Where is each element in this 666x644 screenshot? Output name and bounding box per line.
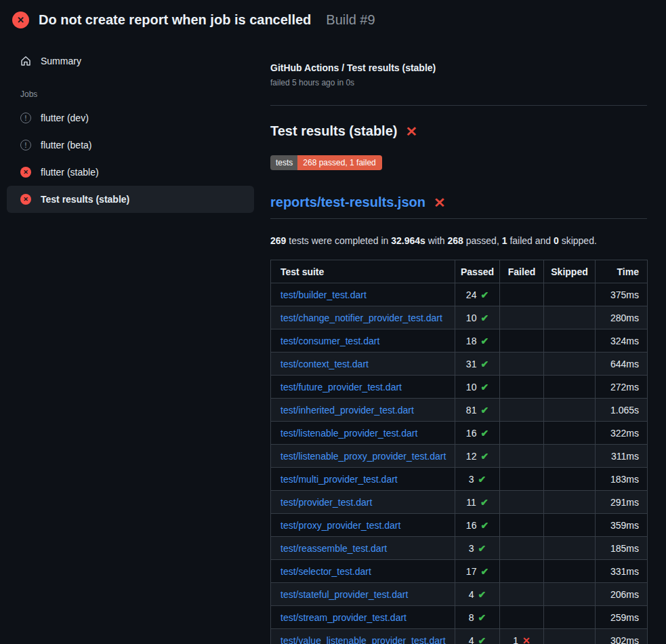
skipped-cell bbox=[544, 560, 596, 583]
test-suite-link[interactable]: test/consumer_test.dart bbox=[280, 336, 379, 346]
test-suite-link[interactable]: test/listenable_provider_test.dart bbox=[280, 428, 417, 439]
sidebar-item-flutter-beta[interactable]: flutter (beta) bbox=[7, 132, 254, 159]
sidebar-item-test-results-stable[interactable]: Test results (stable) bbox=[7, 186, 254, 213]
failed-cell bbox=[500, 353, 544, 376]
test-suite-link[interactable]: test/listenable_proxy_provider_test.dart bbox=[280, 451, 446, 462]
passed-cell: 16 bbox=[455, 514, 500, 537]
sidebar-item-flutter-dev[interactable]: flutter (dev) bbox=[7, 104, 254, 132]
skipped-cell bbox=[544, 353, 596, 376]
badge-label: tests bbox=[270, 155, 297, 170]
build-title: Do not create report when job is cancell… bbox=[39, 12, 311, 28]
test-suite-cell: test/listenable_provider_test.dart bbox=[271, 422, 455, 445]
passed-cell: 24 bbox=[455, 283, 500, 306]
time-cell: 359ms bbox=[596, 514, 648, 537]
table-row: test/stateful_provider_test.dart 4 206ms bbox=[271, 583, 648, 606]
sidebar-item-label: flutter (dev) bbox=[41, 113, 89, 123]
table-row: test/value_listenable_provider_test.dart… bbox=[271, 629, 648, 644]
test-suite-link[interactable]: test/proxy_provider_test.dart bbox=[280, 520, 400, 531]
column-header-test-suite: Test suite bbox=[271, 260, 455, 283]
table-header-row: Test suite Passed Failed Skipped Time bbox=[271, 260, 648, 283]
passed-count-with-check-icon: 31 bbox=[466, 359, 488, 369]
passed-count-with-check-icon: 3 bbox=[469, 543, 486, 554]
table-row: test/reassemble_test.dart 3 185ms bbox=[271, 537, 648, 560]
test-suite-link[interactable]: test/value_listenable_provider_test.dart bbox=[280, 635, 446, 644]
time-cell: 183ms bbox=[596, 468, 648, 491]
test-suite-link[interactable]: test/change_notifier_provider_test.dart bbox=[280, 313, 442, 323]
section-title-text: Test results (stable) bbox=[270, 123, 397, 139]
test-suite-link[interactable]: test/selector_test.dart bbox=[280, 566, 371, 577]
test-suite-link[interactable]: test/context_test.dart bbox=[280, 359, 369, 369]
test-suite-link[interactable]: test/builder_test.dart bbox=[280, 289, 367, 300]
column-header-skipped: Skipped bbox=[544, 260, 596, 283]
summary-text-segment: 1 bbox=[502, 235, 507, 246]
section-title: Test results (stable) bbox=[270, 123, 647, 139]
failed-cell bbox=[500, 399, 544, 422]
passed-cell: 12 bbox=[455, 445, 500, 468]
failed-cell bbox=[500, 445, 544, 468]
failed-cell bbox=[500, 583, 544, 606]
passed-count-with-check-icon: 10 bbox=[466, 382, 488, 393]
table-row: test/listenable_provider_test.dart 16 32… bbox=[271, 422, 648, 445]
failed-cell bbox=[500, 468, 544, 491]
test-suite-link[interactable]: test/provider_test.dart bbox=[280, 497, 372, 508]
failed-cell bbox=[500, 422, 544, 445]
skipped-cell bbox=[544, 491, 596, 514]
sidebar-item-summary[interactable]: Summary bbox=[7, 47, 254, 75]
passed-cell: 31 bbox=[455, 353, 500, 376]
test-suite-cell: test/builder_test.dart bbox=[271, 283, 455, 306]
home-icon bbox=[20, 56, 31, 66]
time-cell: 375ms bbox=[596, 283, 648, 306]
passed-count-with-check-icon: 4 bbox=[469, 589, 486, 600]
skipped-cell bbox=[544, 445, 596, 468]
time-cell: 311ms bbox=[596, 445, 648, 468]
test-suite-link[interactable]: test/future_provider_test.dart bbox=[280, 382, 402, 393]
report-heading: reports/test-results.json bbox=[270, 195, 647, 219]
report-file-link[interactable]: reports/test-results.json bbox=[270, 195, 425, 210]
passed-cell: 4 bbox=[455, 583, 500, 606]
neutral-status-icon bbox=[20, 140, 31, 150]
jobs-sidebar: Summary Jobs flutter (dev) flutter (beta… bbox=[0, 38, 270, 213]
failed-cell bbox=[500, 606, 544, 629]
time-cell: 1.065s bbox=[596, 399, 648, 422]
table-row: test/proxy_provider_test.dart 16 359ms bbox=[271, 514, 648, 537]
sidebar-item-flutter-stable[interactable]: flutter (stable) bbox=[7, 159, 254, 186]
table-row: test/selector_test.dart 17 331ms bbox=[271, 560, 648, 583]
summary-text-segment: with bbox=[425, 235, 448, 246]
failed-cell bbox=[500, 491, 544, 514]
failed-cell bbox=[500, 514, 544, 537]
table-row: test/consumer_test.dart 18 324ms bbox=[271, 329, 648, 353]
failed-cell bbox=[500, 376, 544, 399]
test-suite-link[interactable]: test/stream_provider_test.dart bbox=[280, 612, 407, 623]
skipped-cell bbox=[544, 399, 596, 422]
sidebar-item-label: Test results (stable) bbox=[41, 194, 129, 205]
skipped-cell bbox=[544, 606, 596, 629]
passed-count-with-check-icon: 16 bbox=[466, 520, 488, 531]
passed-cell: 11 bbox=[455, 491, 500, 514]
test-suite-link[interactable]: test/multi_provider_test.dart bbox=[280, 474, 398, 485]
table-row: test/multi_provider_test.dart 3 183ms bbox=[271, 468, 648, 491]
test-suite-cell: test/provider_test.dart bbox=[271, 491, 455, 514]
skipped-cell bbox=[544, 422, 596, 445]
test-suite-cell: test/stateful_provider_test.dart bbox=[271, 583, 455, 606]
test-suite-link[interactable]: test/stateful_provider_test.dart bbox=[280, 589, 408, 600]
test-suite-link[interactable]: test/reassemble_test.dart bbox=[280, 543, 387, 554]
failed-status-icon bbox=[20, 194, 31, 205]
summary-text-segment: failed and bbox=[507, 235, 554, 246]
test-suite-cell: test/reassemble_test.dart bbox=[271, 537, 455, 560]
summary-text-segment: 0 bbox=[554, 235, 559, 246]
sidebar-item-label: flutter (beta) bbox=[41, 140, 91, 150]
badge-value: 268 passed, 1 failed bbox=[297, 155, 381, 170]
jobs-section-heading: Jobs bbox=[7, 75, 254, 104]
workflow-breadcrumb: GitHub Actions / Test results (stable) bbox=[270, 62, 647, 73]
skipped-cell bbox=[544, 283, 596, 306]
test-suite-cell: test/stream_provider_test.dart bbox=[271, 606, 455, 629]
skipped-cell bbox=[544, 329, 596, 353]
test-suite-cell: test/future_provider_test.dart bbox=[271, 376, 455, 399]
test-suite-link[interactable]: test/inherited_provider_test.dart bbox=[280, 405, 414, 416]
time-cell: 185ms bbox=[596, 537, 648, 560]
table-row: test/change_notifier_provider_test.dart … bbox=[271, 306, 648, 329]
failed-cell bbox=[500, 283, 544, 306]
passed-cell: 8 bbox=[455, 606, 500, 629]
section-divider bbox=[270, 105, 647, 106]
skipped-cell bbox=[544, 629, 596, 644]
